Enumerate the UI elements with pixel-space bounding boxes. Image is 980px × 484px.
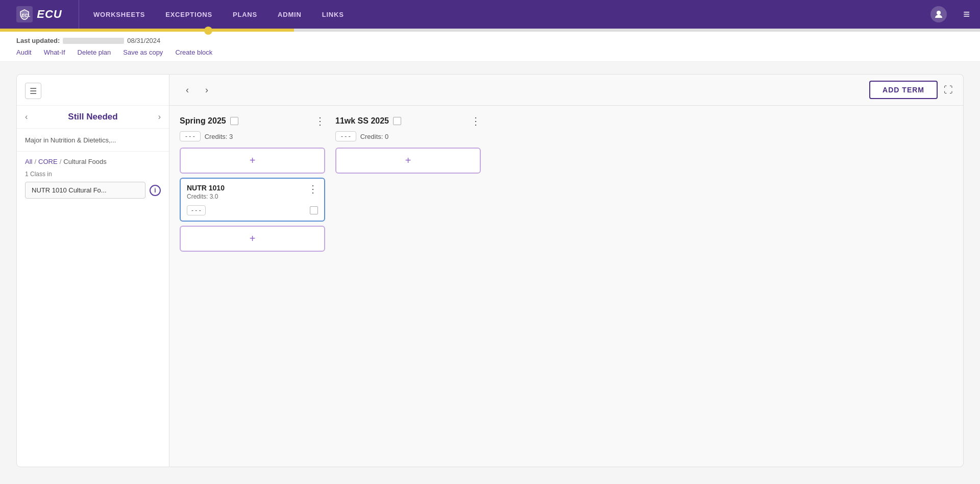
what-if-link[interactable]: What-If	[44, 49, 65, 56]
progress-bar	[0, 29, 980, 32]
term-header-spring: Spring 2025 ⋮	[180, 116, 325, 126]
nav-links: WORKSHEETS EXCEPTIONS PLANS ADMIN LINKS	[83, 0, 354, 29]
term-more-spring[interactable]: ⋮	[315, 116, 325, 126]
credits-badge-spring: - - -	[180, 131, 201, 141]
course-more-icon-nutr1010[interactable]: ⋮	[308, 184, 318, 194]
major-section: Major in Nutrition & Dietetics,...	[17, 129, 169, 152]
term-name-spring: Spring 2025	[180, 116, 226, 126]
nav-plans[interactable]: PLANS	[223, 0, 267, 29]
course-card-header-nutr1010: NUTR 1010 Credits: 3.0 ⋮	[181, 179, 324, 202]
last-updated-row: Last updated: 08/31/2024	[16, 37, 964, 44]
last-updated-label: Last updated:	[16, 37, 60, 44]
breadcrumb-section: All / CORE / Cultural Foods 1 Class in N…	[17, 152, 169, 205]
next-term-button[interactable]: ›	[199, 82, 214, 98]
term-checkbox-11wk[interactable]	[393, 117, 401, 125]
nav-admin[interactable]: ADMIN	[267, 0, 312, 29]
course-checkbox-nutr1010[interactable]	[310, 206, 318, 214]
credits-text-11wk: Credits: 0	[360, 133, 389, 140]
course-card-nutr1010: NUTR 1010 Credits: 3.0 ⋮ - - -	[180, 178, 325, 222]
ecu-shield-icon: ECU	[16, 6, 33, 22]
still-needed-nav: ‹ Still Needed ›	[17, 106, 169, 129]
breadcrumb-core-link[interactable]: CORE	[38, 158, 58, 165]
credits-text-spring: Credits: 3	[205, 133, 233, 140]
left-panel: ☰ ‹ Still Needed › Major in Nutrition & …	[16, 74, 169, 467]
nav-links-item[interactable]: LINKS	[312, 0, 354, 29]
term-more-11wk[interactable]: ⋮	[471, 116, 481, 126]
class-count: 1 Class in	[25, 171, 161, 178]
credits-row-11wk: - - - Credits: 0	[335, 131, 481, 141]
nav-menu-icon[interactable]: ≡	[963, 8, 970, 21]
term-spring-2025: Spring 2025 ⋮ - - - Credits: 3 +	[180, 116, 325, 252]
breadcrumb-current: Cultural Foods	[63, 158, 107, 165]
class-item-box[interactable]: NUTR 1010 Cultural Fo...	[25, 182, 145, 199]
user-avatar-icon[interactable]	[930, 6, 947, 22]
course-credits-nutr1010: Credits: 3.0	[187, 193, 225, 200]
svg-point-1	[937, 11, 941, 15]
create-block-link[interactable]: Create block	[175, 49, 212, 56]
next-section-icon[interactable]: ›	[158, 112, 161, 122]
save-copy-link[interactable]: Save as copy	[123, 49, 163, 56]
credits-row-spring: - - - Credits: 3	[180, 131, 325, 141]
nav-right: ≡	[930, 6, 980, 22]
hamburger-button[interactable]: ☰	[25, 83, 41, 99]
still-needed-title: Still Needed	[68, 112, 117, 122]
term-name-11wk: 11wk SS 2025	[335, 116, 389, 126]
progress-indicator	[204, 27, 212, 35]
expand-icon[interactable]: ⛶	[944, 85, 953, 95]
last-updated-bar	[63, 38, 124, 44]
last-updated-date: 08/31/2024	[127, 37, 160, 44]
toolbar-right: ADD TERM ⛶	[869, 81, 953, 99]
course-info-nutr1010: NUTR 1010 Credits: 3.0	[187, 184, 225, 200]
class-item: NUTR 1010 Cultural Fo... i	[25, 182, 161, 199]
term-11wk-ss-2025: 11wk SS 2025 ⋮ - - - Credits: 0 +	[335, 116, 481, 252]
prev-term-button[interactable]: ‹	[180, 82, 195, 98]
prev-section-icon[interactable]: ‹	[25, 112, 28, 122]
sub-actions: Audit What-If Delete plan Save as copy C…	[16, 49, 964, 56]
term-title-area-spring: Spring 2025	[180, 116, 238, 126]
breadcrumb: All / CORE / Cultural Foods	[25, 158, 161, 165]
course-code-nutr1010: NUTR 1010	[187, 184, 225, 192]
breadcrumb-all-link[interactable]: All	[25, 158, 32, 165]
term-title-area-11wk: 11wk SS 2025	[335, 116, 401, 126]
add-course-11wk[interactable]: +	[335, 148, 481, 174]
nav-exceptions[interactable]: EXCEPTIONS	[155, 0, 223, 29]
sub-toolbar: Last updated: 08/31/2024 Audit What-If D…	[0, 32, 980, 62]
add-course-bottom-spring[interactable]: +	[180, 226, 325, 252]
top-navigation: ECU ECU WORKSHEETS EXCEPTIONS PLANS ADMI…	[0, 0, 980, 29]
credits-badge-11wk: - - -	[335, 131, 356, 141]
major-name: Major in Nutrition & Dietetics,...	[25, 136, 116, 144]
logo-text: ECU	[37, 8, 62, 21]
breadcrumb-sep-1: /	[34, 158, 36, 165]
right-panel: ‹ › ADD TERM ⛶ Spring 2025 ⋮ - - -	[169, 74, 964, 467]
add-course-top-spring[interactable]: +	[180, 148, 325, 174]
term-nav-arrows: ‹ ›	[180, 82, 214, 98]
term-checkbox-spring[interactable]	[230, 117, 238, 125]
audit-link[interactable]: Audit	[16, 49, 32, 56]
right-panel-toolbar: ‹ › ADD TERM ⛶	[169, 75, 963, 106]
terms-area: Spring 2025 ⋮ - - - Credits: 3 +	[169, 106, 963, 262]
course-card-footer-nutr1010: - - -	[181, 202, 324, 221]
main-content: ☰ ‹ Still Needed › Major in Nutrition & …	[0, 62, 980, 479]
nav-worksheets[interactable]: WORKSHEETS	[83, 0, 155, 29]
left-panel-header: ☰	[17, 83, 169, 106]
term-header-11wk: 11wk SS 2025 ⋮	[335, 116, 481, 126]
breadcrumb-sep-2: /	[60, 158, 62, 165]
section-badge-nutr1010: - - -	[187, 205, 206, 215]
info-icon[interactable]: i	[150, 185, 161, 196]
add-term-button[interactable]: ADD TERM	[869, 81, 938, 99]
logo-area: ECU ECU	[0, 0, 79, 29]
delete-plan-link[interactable]: Delete plan	[78, 49, 111, 56]
svg-text:ECU: ECU	[21, 13, 30, 18]
